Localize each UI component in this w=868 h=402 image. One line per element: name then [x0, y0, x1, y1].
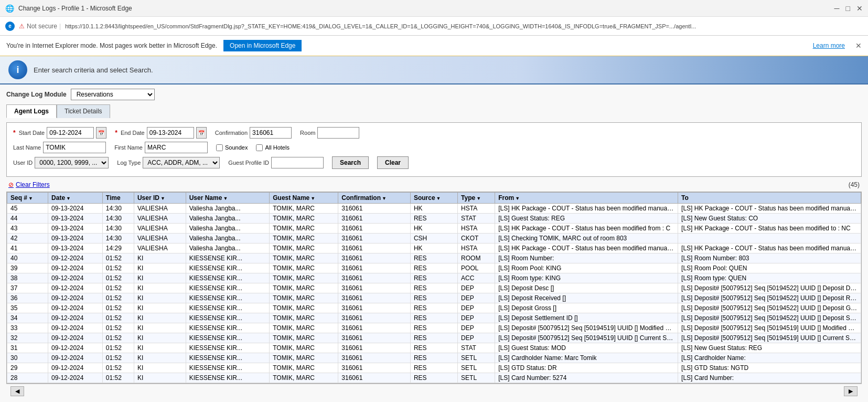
- log-type-select[interactable]: ACC, ADDR, ADM, ...: [143, 157, 220, 168]
- tab-ticket-details[interactable]: Ticket Details: [57, 104, 110, 118]
- table-cell: 01:52: [102, 323, 134, 333]
- table-row[interactable]: 3309-12-202401:52KIKIESSENSE KIR...TOMIK…: [7, 323, 861, 333]
- col-source[interactable]: Source▼: [410, 193, 457, 204]
- confirmation-input[interactable]: [250, 127, 292, 139]
- last-name-label: Last Name: [13, 144, 41, 151]
- soundex-checkbox[interactable]: [216, 144, 223, 151]
- log-type-field: Log Type ACC, ADDR, ADM, ...: [117, 157, 220, 168]
- col-guest-name[interactable]: Guest Name▼: [270, 193, 338, 204]
- room-input[interactable]: [317, 127, 359, 139]
- table-row[interactable]: 3409-12-202401:52KIKIESSENSE KIR...TOMIK…: [7, 313, 861, 323]
- table-cell: 29: [7, 363, 48, 373]
- table-cell: 09-12-2024: [48, 363, 103, 373]
- col-user-id[interactable]: User ID▼: [134, 193, 186, 204]
- table-cell: KI: [134, 303, 186, 313]
- col-type[interactable]: Type▼: [458, 193, 495, 204]
- table-cell: SETL: [458, 363, 495, 373]
- table-cell: [LS] Room type: KING: [495, 273, 678, 283]
- end-date-calendar-button[interactable]: 📅: [196, 127, 207, 139]
- close-ie-banner-button[interactable]: ✕: [855, 41, 862, 50]
- search-button[interactable]: Search: [332, 156, 369, 169]
- table-cell: DEP: [458, 303, 495, 313]
- table-cell: KI: [134, 353, 186, 363]
- table-cell: Valiesha Jangba...: [186, 224, 270, 234]
- table-row[interactable]: 4409-13-202414:30VALIESHAValiesha Jangba…: [7, 214, 861, 224]
- table-row[interactable]: 4009-12-202401:52KIKIESSENSE KIR...TOMIK…: [7, 253, 861, 263]
- table-cell: KI: [134, 273, 186, 283]
- table-row[interactable]: 4509-13-202414:30VALIESHAValiesha Jangba…: [7, 204, 861, 214]
- table-cell: 316061: [338, 244, 411, 253]
- table-cell: KI: [134, 293, 186, 303]
- minimize-button[interactable]: ─: [834, 4, 840, 13]
- col-to[interactable]: To: [678, 193, 861, 204]
- table-cell: 316061: [338, 333, 411, 343]
- url-display[interactable]: https://10.1.1.2:8443/lightspeed/en_US/c…: [65, 23, 863, 29]
- guest-profile-id-input[interactable]: [271, 157, 324, 168]
- table-cell: ACC: [458, 273, 495, 283]
- close-button[interactable]: ✕: [856, 4, 863, 13]
- table-cell: 33: [7, 323, 48, 333]
- start-date-input[interactable]: [47, 127, 94, 139]
- table-row[interactable]: 3209-12-202401:52KIKIESSENSE KIR...TOMIK…: [7, 333, 861, 343]
- required-marker: *: [13, 129, 16, 136]
- scroll-left-button[interactable]: ◀: [10, 386, 24, 396]
- table-cell: 01:52: [102, 253, 134, 263]
- col-time[interactable]: Time: [102, 193, 134, 204]
- col-from[interactable]: From▼: [495, 193, 678, 204]
- table-cell: 316061: [338, 204, 411, 214]
- tab-bar: Agent Logs Ticket Details: [6, 104, 862, 118]
- table-cell: 35: [7, 303, 48, 313]
- user-id-label: User ID: [13, 160, 33, 166]
- room-field: Room: [300, 127, 359, 139]
- table-cell: DEP: [458, 323, 495, 333]
- table-cell: 316061: [338, 303, 411, 313]
- browser-addressbar: e ⚠ Not secure | https://10.1.1.2:8443/l…: [0, 17, 868, 36]
- table-cell: KIESSENSE KIR...: [186, 253, 270, 263]
- scroll-right-button[interactable]: ▶: [844, 386, 858, 396]
- table-row[interactable]: 4309-13-202414:30VALIESHAValiesha Jangba…: [7, 224, 861, 234]
- table-cell: CKOT: [458, 234, 495, 244]
- first-name-input[interactable]: [145, 142, 208, 153]
- table-cell: 01:52: [102, 333, 134, 343]
- all-hotels-label: All Hotels: [265, 144, 289, 151]
- last-name-input[interactable]: [43, 142, 106, 153]
- maximize-button[interactable]: □: [846, 4, 850, 13]
- table-cell: 01:52: [102, 263, 134, 273]
- col-date[interactable]: Date▼: [48, 193, 103, 204]
- clear-button[interactable]: Clear: [377, 156, 409, 169]
- table-cell: KI: [134, 363, 186, 373]
- table-cell: SETL: [458, 373, 495, 383]
- table-row[interactable]: 3909-12-202401:52KIKIESSENSE KIR...TOMIK…: [7, 263, 861, 273]
- table-cell: HK: [410, 204, 457, 214]
- start-date-calendar-button[interactable]: 📅: [96, 127, 106, 139]
- learn-more-link[interactable]: Learn more: [813, 42, 845, 49]
- table-cell: 01:52: [102, 293, 134, 303]
- table-row[interactable]: 2909-12-202401:52KIKIESSENSE KIR...TOMIK…: [7, 363, 861, 373]
- module-select[interactable]: Reservations Guest Profile Groups: [71, 89, 155, 100]
- table-row[interactable]: 3509-12-202401:52KIKIESSENSE KIR...TOMIK…: [7, 303, 861, 313]
- clear-filters-text: Clear Filters: [16, 181, 50, 188]
- table-row[interactable]: 3609-12-202401:52KIKIESSENSE KIR...TOMIK…: [7, 293, 861, 303]
- open-in-edge-button[interactable]: Open in Microsoft Edge: [223, 40, 302, 51]
- table-cell: VALIESHA: [134, 234, 186, 244]
- col-seq[interactable]: Seq #▼: [7, 193, 48, 204]
- table-row[interactable]: 3109-12-202401:52KIKIESSENSE KIR...TOMIK…: [7, 343, 861, 353]
- table-row[interactable]: 3009-12-202401:52KIKIESSENSE KIR...TOMIK…: [7, 353, 861, 363]
- user-id-select[interactable]: 0000, 1200, 9999, ...: [35, 157, 109, 168]
- clear-filters-link[interactable]: ⊘ Clear Filters: [8, 181, 50, 188]
- first-name-field: First Name: [114, 142, 208, 153]
- table-cell: 09-13-2024: [48, 244, 103, 253]
- tab-agent-logs[interactable]: Agent Logs: [6, 104, 57, 118]
- end-date-input[interactable]: [147, 127, 194, 139]
- table-row[interactable]: 2809-12-202401:52KIKIESSENSE KIR...TOMIK…: [7, 373, 861, 383]
- all-hotels-checkbox[interactable]: [256, 144, 263, 151]
- table-row[interactable]: 4209-13-202414:30VALIESHAValiesha Jangba…: [7, 234, 861, 244]
- browser-titlebar: 🌐 Change Logs - Profile 1 - Microsoft Ed…: [0, 0, 868, 17]
- app-content: i Enter search criteria and select Searc…: [0, 56, 868, 402]
- table-row[interactable]: 3709-12-202401:52KIKIESSENSE KIR...TOMIK…: [7, 283, 861, 293]
- table-row[interactable]: 3809-12-202401:52KIKIESSENSE KIR...TOMIK…: [7, 273, 861, 283]
- browser-title: Change Logs - Profile 1 - Microsoft Edge: [18, 5, 132, 12]
- col-user-name[interactable]: User Name▼: [186, 193, 270, 204]
- table-row[interactable]: 4109-13-202414:29VALIESHAValiesha Jangba…: [7, 244, 861, 253]
- col-confirmation[interactable]: Confirmation▼: [338, 193, 411, 204]
